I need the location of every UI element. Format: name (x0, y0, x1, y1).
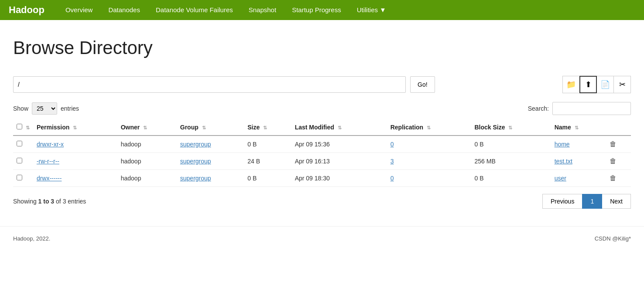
table-row: drwx------ hadoop supergroup 0 B Apr 09 … (13, 170, 631, 187)
replication-link[interactable]: 3 (391, 158, 394, 165)
pagination: Previous 1 Next (543, 194, 631, 209)
row-owner: hadoop (117, 136, 177, 153)
folder-icon-button[interactable]: 📁 (562, 76, 580, 93)
row-owner: hadoop (117, 153, 177, 170)
row-checkbox[interactable] (17, 158, 22, 163)
group-link[interactable]: supergroup (180, 141, 211, 148)
next-button[interactable]: Next (602, 194, 631, 209)
table-row: -rw-r--r-- hadoop supergroup 24 B Apr 09… (13, 153, 631, 170)
previous-button[interactable]: Previous (542, 194, 582, 209)
row-permission: drwxr-xr-x (33, 136, 117, 153)
select-all-checkbox[interactable] (17, 124, 22, 129)
name-link[interactable]: test.txt (555, 158, 572, 165)
file-icon-button[interactable]: 📄 (596, 76, 614, 93)
path-bar: Go! 📁 ⬆ 📄 ✂ (13, 76, 631, 93)
row-name: test.txt (551, 153, 606, 170)
folder-icon: 📁 (566, 80, 576, 89)
th-owner: Owner ⇅ (117, 119, 177, 136)
search-label: Search: (528, 105, 549, 112)
nav-link-datanodes[interactable]: Datanodes (100, 0, 148, 20)
sort-icon-permission: ⇅ (73, 125, 77, 130)
row-last-modified: Apr 09 16:13 (291, 153, 387, 170)
th-group: Group ⇅ (177, 119, 244, 136)
nav-item-startup-progress[interactable]: Startup Progress (284, 0, 349, 20)
nav-link-snapshot[interactable]: Snapshot (241, 0, 284, 20)
nav-link-startup-progress[interactable]: Startup Progress (284, 0, 349, 20)
row-group: supergroup (177, 170, 244, 187)
scissors-icon-button[interactable]: ✂ (613, 76, 631, 93)
row-size: 24 B (244, 153, 291, 170)
replication-link[interactable]: 0 (391, 141, 394, 148)
nav-item-snapshot[interactable]: Snapshot (241, 0, 284, 20)
file-icon: 📄 (600, 80, 610, 89)
delete-button[interactable]: 🗑 (610, 140, 617, 148)
permission-link[interactable]: drwx------ (37, 175, 62, 182)
main-content: Browse Directory Go! 📁 ⬆ 📄 ✂ Show 10 25 (0, 20, 644, 217)
row-permission: -rw-r--r-- (33, 153, 117, 170)
sort-icon-owner: ⇅ (143, 125, 147, 130)
showing-text: Showing 1 to 3 of 3 entries (13, 198, 86, 205)
delete-button[interactable]: 🗑 (610, 174, 617, 182)
row-delete-cell: 🗑 (606, 136, 631, 153)
row-checkbox[interactable] (17, 175, 22, 180)
row-checkbox-cell (13, 153, 33, 170)
navbar-brand[interactable]: Hadoop (9, 4, 45, 16)
row-delete-cell: 🗑 (606, 153, 631, 170)
permission-link[interactable]: drwxr-xr-x (37, 141, 64, 148)
group-link[interactable]: supergroup (180, 175, 211, 182)
pagination-row: Showing 1 to 3 of 3 entries Previous 1 N… (13, 194, 631, 209)
table-row: drwxr-xr-x hadoop supergroup 0 B Apr 09 … (13, 136, 631, 153)
dropdown-icon: ▼ (380, 0, 386, 20)
row-owner: hadoop (117, 170, 177, 187)
nav-item-datanode-volume-failures[interactable]: Datanode Volume Failures (148, 0, 241, 20)
footer: Hadoop, 2022. CSDN @Kilig* (0, 226, 644, 251)
permission-link[interactable]: -rw-r--r-- (37, 158, 59, 165)
row-size: 0 B (244, 136, 291, 153)
row-checkbox[interactable] (17, 141, 22, 146)
nav-link-datanode-volume-failures[interactable]: Datanode Volume Failures (148, 0, 241, 20)
nav-link-utilities[interactable]: Utilities ▼ (349, 0, 394, 20)
nav-item-datanodes[interactable]: Datanodes (100, 0, 148, 20)
row-last-modified: Apr 09 15:36 (291, 136, 387, 153)
navbar-nav: Overview Datanodes Datanode Volume Failu… (58, 0, 394, 20)
th-checkbox: ⇅ (13, 119, 33, 136)
row-name: user (551, 170, 606, 187)
page-1-button[interactable]: 1 (582, 194, 602, 209)
row-checkbox-cell (13, 136, 33, 153)
group-link[interactable]: supergroup (180, 158, 211, 165)
footer-right: CSDN @Kilig* (595, 235, 631, 242)
row-name: home (551, 136, 606, 153)
name-link[interactable]: user (555, 175, 566, 182)
search-input[interactable] (552, 102, 631, 115)
show-label: Show (13, 105, 28, 112)
table-body: drwxr-xr-x hadoop supergroup 0 B Apr 09 … (13, 136, 631, 187)
entries-label: entries (61, 105, 79, 112)
path-input[interactable] (13, 76, 406, 93)
row-replication: 0 (387, 136, 471, 153)
row-delete-cell: 🗑 (606, 170, 631, 187)
row-block-size: 256 MB (471, 153, 551, 170)
th-permission: Permission ⇅ (33, 119, 117, 136)
sort-icon-replication: ⇅ (427, 125, 431, 130)
upload-icon: ⬆ (585, 80, 592, 89)
nav-link-overview[interactable]: Overview (58, 0, 101, 20)
sort-icon-size: ⇅ (263, 125, 267, 130)
utilities-label: Utilities (357, 0, 378, 20)
upload-icon-button[interactable]: ⬆ (579, 76, 597, 93)
delete-button[interactable]: 🗑 (610, 157, 617, 165)
search-box: Search: (528, 102, 631, 115)
go-button[interactable]: Go! (410, 76, 435, 93)
name-link[interactable]: home (555, 141, 570, 148)
th-size: Size ⇅ (244, 119, 291, 136)
nav-item-utilities[interactable]: Utilities ▼ (349, 0, 394, 20)
sort-icon-group: ⇅ (202, 125, 206, 130)
row-group: supergroup (177, 136, 244, 153)
sort-icon-name: ⇅ (575, 125, 579, 130)
row-block-size: 0 B (471, 170, 551, 187)
icon-buttons: 📁 ⬆ 📄 ✂ (563, 76, 631, 93)
entries-select[interactable]: 10 25 50 100 (32, 102, 57, 115)
th-name: Name ⇅ (551, 119, 606, 136)
row-checkbox-cell (13, 170, 33, 187)
nav-item-overview[interactable]: Overview (58, 0, 101, 20)
replication-link[interactable]: 0 (391, 175, 394, 182)
